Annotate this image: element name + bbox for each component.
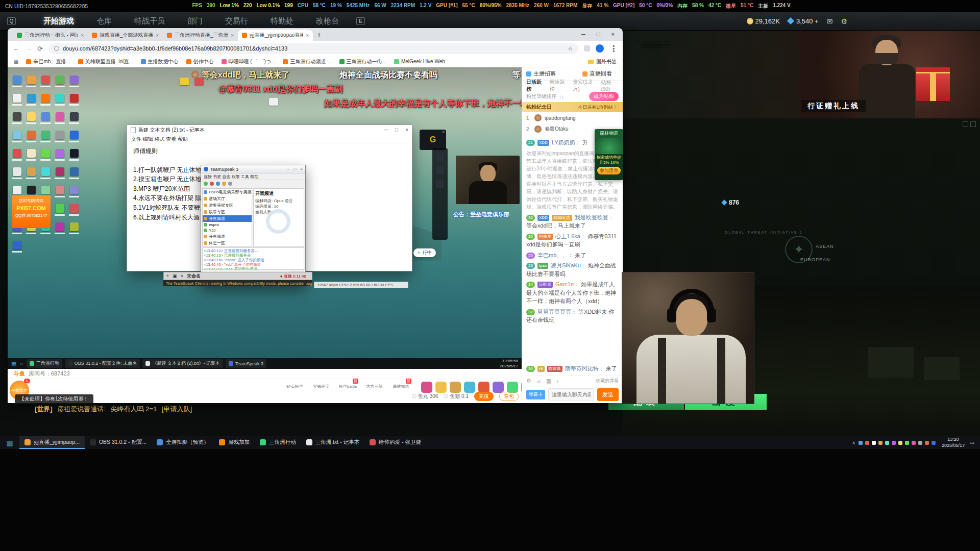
taskbar-clock[interactable]: 13:20 2025/05/17: [942, 437, 965, 448]
taskbar-item[interactable]: yjj直播_yjjimpaop...: [19, 436, 85, 449]
game-window-controls[interactable]: [963, 121, 976, 127]
extensions-icon[interactable]: [584, 45, 590, 52]
gift-icon[interactable]: [450, 382, 461, 393]
douyu-brand[interactable]: 斗鱼: [14, 370, 25, 378]
browser-menu-icon[interactable]: ⋮: [609, 44, 618, 54]
forward-icon[interactable]: →: [25, 45, 32, 53]
tray-icon[interactable]: [865, 441, 869, 445]
taskbar-item[interactable]: OBS 31.0.2 - 配置文件: 未命名: [65, 359, 140, 368]
close-icon[interactable]: ×: [181, 273, 183, 279]
bookmark-item[interactable]: 哔哩哔哩 (゜-゜)つ...: [222, 58, 276, 65]
video-player[interactable]: 防封号防找回 PXB7.COM QQ群:907582147 新建 文本文档 (2…: [8, 67, 522, 369]
sort-arrows-icon[interactable]: ↑↓: [559, 94, 564, 99]
become-fan-button[interactable]: 成为钻粉: [589, 92, 619, 101]
game-nav-tab[interactable]: 交易行: [225, 16, 248, 26]
chat-input[interactable]: [548, 388, 594, 400]
channel-row[interactable]: 娱乐专区: [203, 209, 252, 215]
music-icon[interactable]: ♪: [556, 378, 559, 384]
bookmark-item[interactable]: 英雄联盟直播_lol直...: [78, 58, 133, 65]
gift-icon[interactable]: [507, 382, 518, 393]
add-icon[interactable]: +: [166, 273, 169, 279]
taskbar-item[interactable]: 《新建 文本文档 (2).txt》- 记事本: [142, 359, 223, 368]
taskbar-item[interactable]: 游戏加加: [214, 436, 255, 449]
game-nav-tab[interactable]: 仓库: [96, 16, 112, 26]
start-button[interactable]: ▦: [0, 439, 19, 447]
bookmark-item[interactable]: MelGeek Hive Web: [394, 58, 445, 65]
tray-icon[interactable]: [932, 441, 936, 445]
taskbar-item[interactable]: 给你的爱 - 张卫健: [364, 436, 426, 449]
tray-icon[interactable]: [905, 441, 909, 445]
activity-entry[interactable]: 零钱夺宝: [310, 381, 333, 393]
replay-entry[interactable]: 直播回看〉: [582, 70, 619, 78]
channel-row[interactable]: 开黑频道: [203, 215, 252, 222]
game-nav-tab[interactable]: 开始游戏: [43, 16, 74, 26]
browser-tab[interactable]: 三角洲行动直播_三角洲行动... ×: [163, 30, 238, 41]
taskbar-item[interactable]: 三角洲行动: [27, 359, 62, 368]
taskbar-item[interactable]: OBS 31.0.2 - 配置...: [85, 436, 152, 449]
apps-grid-icon[interactable]: ▦: [14, 59, 18, 64]
recruit-entry[interactable]: 主播招募〉: [526, 70, 562, 78]
game-nav-tab[interactable]: 特勤处: [271, 16, 293, 26]
bookmark-item[interactable]: 三角洲行动一街...: [339, 58, 386, 65]
game-nav-tab[interactable]: 改枪台: [316, 16, 339, 26]
new-tab-button[interactable]: +: [317, 31, 321, 38]
channel-row[interactable]: 进场大厅: [203, 195, 252, 202]
taskbar-item[interactable]: 三角洲行动: [255, 436, 301, 449]
live-status-pill[interactable]: ≡行中: [413, 248, 436, 257]
layout-icon[interactable]: ▣: [173, 273, 177, 279]
taskbar-item[interactable]: TeamSpeak 3: [226, 359, 266, 368]
bookmark-star-icon[interactable]: ☆: [568, 45, 573, 52]
gift-icon[interactable]: [421, 382, 432, 393]
tray-icon[interactable]: [878, 441, 883, 445]
mail-icon[interactable]: ✉: [827, 17, 833, 26]
tab-close-icon[interactable]: ×: [306, 33, 309, 38]
tray-icon[interactable]: [859, 441, 863, 445]
start-icon[interactable]: ▦: [11, 360, 16, 367]
bookmark-item[interactable]: 创作中心: [186, 58, 214, 65]
tray-expand-icon[interactable]: ∧: [852, 440, 855, 445]
settings-gear-icon[interactable]: ⚙: [526, 378, 531, 384]
browser-tab[interactable]: 三角洲行动一街头 - 网址导航 ×: [13, 30, 88, 41]
tray-icon[interactable]: [885, 441, 889, 445]
maximize-icon[interactable]: □: [597, 31, 600, 37]
tab-close-icon[interactable]: ×: [156, 33, 159, 38]
close-icon[interactable]: ×: [611, 31, 615, 37]
channel-row[interactable]: YJJ: [203, 228, 252, 233]
channel-row[interactable]: 游客等候专区: [203, 202, 252, 209]
danmaku-card-chip[interactable]: 弹幕卡: [526, 390, 545, 399]
taskbar-item[interactable]: 全屏投影（预览）: [152, 436, 214, 449]
pending-toast[interactable]: 【未处理】你有1次待使用券！: [15, 394, 93, 404]
gift-icon[interactable]: [435, 382, 447, 393]
emoji-icon[interactable]: ☺: [536, 378, 542, 384]
settings-gear-icon[interactable]: ⚙: [841, 17, 847, 26]
minimize-icon[interactable]: ─: [581, 31, 585, 37]
channel-row[interactable]: PoPo电竞俱乐部专属服务器: [203, 189, 252, 195]
activity-entry[interactable]: 大吉三萌: [363, 381, 386, 393]
taskbar-item[interactable]: 三角洲.txt - 记事本: [301, 436, 364, 449]
gift-icon[interactable]: [493, 382, 504, 393]
saved-danmaku-link[interactable]: 收藏的弹幕: [596, 378, 619, 384]
fan-anniversary-bar[interactable]: 钻粉纪念日 今日共有1位到站 〉: [522, 102, 623, 112]
gift-icon[interactable]: [478, 382, 489, 393]
tray-icon[interactable]: [918, 441, 922, 445]
tray-icon[interactable]: [872, 441, 876, 445]
tray-icon[interactable]: [912, 441, 916, 445]
reload-icon[interactable]: ⟳: [37, 45, 43, 53]
channel-row[interactable]: 开黑频道: [203, 233, 252, 240]
world-chat-join-link[interactable]: [申请入队]: [162, 405, 192, 413]
bag-button[interactable]: 背包: [499, 392, 519, 401]
join-activity-button[interactable]: 参与活动: [597, 167, 621, 174]
channel-row[interactable]: 休息一区: [203, 240, 252, 246]
address-bar[interactable]: douyu.com/687423?dyshid=a3e3bb0-1f6def96…: [48, 43, 578, 54]
tray-icon[interactable]: [892, 441, 896, 445]
activity-entry[interactable]: 粉丝battle 新: [336, 381, 359, 393]
game-nav-tab[interactable]: 部门: [187, 16, 203, 26]
profile-avatar[interactable]: [596, 44, 604, 53]
search-icon[interactable]: ○: [20, 361, 22, 366]
game-nav-tab[interactable]: 特战干员: [134, 16, 165, 26]
browser-window-controls[interactable]: ─ □ ×: [581, 31, 615, 37]
tab-close-icon[interactable]: ×: [231, 33, 234, 38]
activity-entry[interactable]: 森林物语 新: [389, 381, 412, 393]
notification-center-icon[interactable]: ▭: [968, 440, 976, 445]
activity-entry[interactable]: 钻石粉丝: [283, 381, 306, 393]
